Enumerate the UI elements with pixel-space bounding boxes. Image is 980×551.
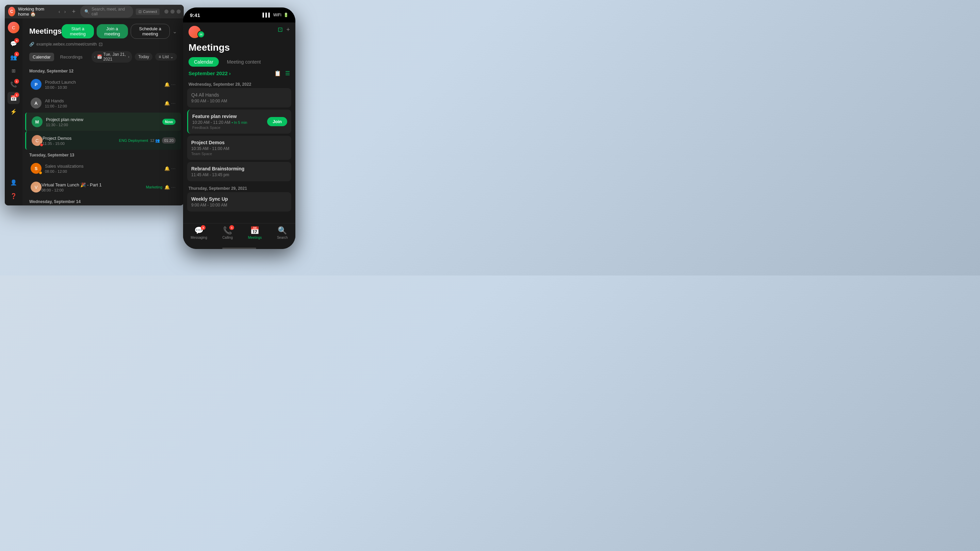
- meeting-name: Virtual Team Lunch 🎉 - Part 1: [41, 182, 146, 187]
- mobile-page-title: Meetings: [183, 41, 295, 57]
- recordings-tab[interactable]: Recordings: [57, 53, 86, 61]
- user-avatar[interactable]: C: [8, 7, 15, 16]
- messaging-nav-label: Messaging: [191, 236, 207, 240]
- mobile-meeting-name: Feature plan review: [192, 114, 247, 119]
- sidebar: C 💬 4 👥 1 ⊞ 📞 1 📅 1 ⚡: [5, 18, 22, 205]
- prev-date-button[interactable]: ‹: [94, 54, 95, 59]
- today-button[interactable]: Today: [135, 53, 153, 60]
- sidebar-item-calling[interactable]: 📞 1: [8, 78, 20, 91]
- connect-icon: ⊡: [138, 10, 142, 14]
- nav-search[interactable]: 🔍 Search: [277, 226, 288, 240]
- mobile-meeting-card-rebrand[interactable]: Rebrand Brainstorming 11:45 AM - 13:45 p…: [187, 162, 291, 181]
- list-view-button[interactable]: ≡ List ⌄: [155, 53, 177, 60]
- sidebar-item-activity[interactable]: ⚡: [8, 105, 20, 118]
- view-toggle-icons: 📋 ☰: [274, 70, 290, 76]
- meeting-actions: 🔔 ⋯: [164, 101, 176, 106]
- meeting-item[interactable]: P Product Launch 10:00 - 10:30 🔔 ⋯: [25, 75, 181, 94]
- calendar-tab[interactable]: Calendar: [29, 53, 54, 61]
- page-title: Meetings: [29, 27, 62, 36]
- mobile-day-header: Wednesday, September 28, 2022: [187, 79, 291, 88]
- sidebar-item-messaging[interactable]: 💬 4: [8, 37, 20, 50]
- meeting-actions: ENG Deployment 12 👥 01:20: [119, 137, 176, 143]
- avatar: S: [30, 163, 41, 174]
- mobile-meeting-list: Wednesday, September 28, 2022 Q4 All Han…: [183, 79, 295, 223]
- sidebar-item-team[interactable]: 👤: [8, 176, 20, 189]
- meeting-info: Project plan review 11:30 - 12:00: [46, 117, 162, 127]
- meeting-details: Feature plan review 10:20 AM - 11:20 AM …: [192, 114, 247, 130]
- calendar-list: Monday, September 12 P Product Launch 10…: [22, 66, 184, 205]
- sidebar-item-meetings[interactable]: 📅 1: [8, 92, 20, 104]
- nav-messaging[interactable]: 💬 3 Messaging: [191, 226, 207, 240]
- meeting-tag[interactable]: ENG Deployment: [119, 138, 148, 143]
- calling-badge: 1: [14, 79, 19, 84]
- mobile-tabs: Calendar Meeting content: [183, 57, 295, 67]
- sidebar-avatar[interactable]: C: [8, 22, 19, 33]
- sidebar-item-contacts[interactable]: 👥 1: [8, 51, 20, 63]
- schedule-meeting-button[interactable]: Schedule a meeting: [130, 24, 170, 39]
- month-chevron-icon: ›: [229, 70, 231, 76]
- messaging-badge: 4: [14, 38, 19, 43]
- meeting-content-tab[interactable]: Meeting content: [221, 57, 266, 67]
- close-button[interactable]: [177, 10, 181, 14]
- more-icon[interactable]: ⋯: [171, 82, 176, 87]
- calendar-grid-icon[interactable]: 📋: [274, 70, 281, 76]
- search-header-icon[interactable]: ⊡: [278, 26, 283, 33]
- start-meeting-button[interactable]: Start a meeting: [62, 24, 94, 38]
- nav-meetings[interactable]: 📅 Meetings: [248, 226, 262, 240]
- sidebar-item-apps[interactable]: ⊞: [8, 65, 20, 77]
- copy-url-button[interactable]: ⊡: [99, 41, 103, 47]
- meeting-item-now[interactable]: M Project plan review 11:30 - 12:00 Now: [25, 113, 181, 131]
- meeting-actions: 🔔 ⋯: [164, 82, 176, 87]
- join-button[interactable]: Join: [267, 117, 287, 126]
- meetings-header: Meetings Start a meeting Join a meeting …: [22, 18, 184, 51]
- more-icon[interactable]: ⋯: [171, 166, 176, 171]
- join-meeting-button[interactable]: Join a meeting: [97, 24, 128, 38]
- list-view-icon[interactable]: ☰: [285, 70, 290, 76]
- calling-nav-badge: 1: [229, 225, 234, 230]
- meeting-item-demos[interactable]: C Project Demos 11:35 - 15:00 ENG Deploy…: [25, 131, 181, 150]
- add-button[interactable]: +: [286, 26, 290, 33]
- calling-nav-label: Calling: [222, 236, 233, 240]
- calendar-tab[interactable]: Calendar: [189, 57, 219, 67]
- participant-count: 12 👥: [150, 138, 160, 143]
- mute-icon[interactable]: 🔔: [164, 185, 170, 190]
- battery-icon: 🔋: [283, 13, 288, 17]
- more-icon[interactable]: ⋯: [171, 101, 176, 106]
- window-controls: [164, 10, 181, 14]
- nav-calling[interactable]: 📞 1 Calling: [222, 226, 233, 240]
- forward-arrow[interactable]: ›: [63, 8, 67, 15]
- nav-arrows: ‹ ›: [57, 8, 67, 15]
- mute-icon[interactable]: 🔔: [164, 166, 170, 171]
- meeting-tag[interactable]: Marketing: [146, 185, 162, 189]
- meeting-time: 11:30 - 12:00: [46, 123, 162, 127]
- meeting-row: Feature plan review 10:20 AM - 11:20 AM …: [192, 114, 287, 130]
- mute-icon[interactable]: 🔔: [164, 82, 170, 87]
- team-icon: 👤: [10, 179, 17, 186]
- new-tab-button[interactable]: +: [70, 8, 78, 16]
- meeting-actions: Marketing 🔔 ⋯: [146, 185, 176, 190]
- more-icon[interactable]: ⋯: [171, 185, 176, 190]
- mobile-meeting-card-feature[interactable]: Feature plan review 10:20 AM - 11:20 AM …: [187, 110, 291, 134]
- avatar: P: [30, 79, 41, 90]
- meeting-info: Sales visualizations 08:00 - 12:00: [45, 164, 164, 173]
- search-bar[interactable]: 🔍 Search, meet, and call: [80, 5, 133, 18]
- more-options-button[interactable]: ⌄: [172, 28, 177, 35]
- sidebar-item-help[interactable]: ❓: [8, 190, 20, 202]
- avatar: A: [30, 98, 41, 108]
- meetings-title-row: Meetings Start a meeting Join a meeting …: [29, 24, 177, 39]
- mobile-meeting-card[interactable]: Q4 All Hands 9:00 AM - 10:00 AM: [187, 88, 291, 108]
- maximize-button[interactable]: [170, 10, 175, 14]
- meeting-info: Product Launch 10:00 - 10:30: [45, 79, 164, 89]
- connect-button[interactable]: ⊡ Connect: [136, 8, 159, 15]
- mute-icon[interactable]: 🔔: [164, 101, 170, 106]
- back-arrow[interactable]: ‹: [57, 8, 62, 15]
- meeting-name: Project plan review: [46, 117, 162, 122]
- minimize-button[interactable]: [164, 10, 169, 14]
- next-date-button[interactable]: ›: [128, 54, 129, 59]
- mobile-meeting-card-weekly[interactable]: Weekly Sync Up 9:00 AM - 10:00 AM: [187, 192, 291, 211]
- meeting-item[interactable]: A All Hands 11:00 - 12:00 🔔 ⋯: [25, 94, 181, 112]
- mobile-meeting-card-demos[interactable]: Project Demos 10:35 AM - 11:00 AM Team S…: [187, 136, 291, 160]
- meeting-item-lunch[interactable]: V Virtual Team Lunch 🎉 - Part 1 08:00 - …: [25, 178, 181, 196]
- link-icon: 🔗: [29, 42, 34, 47]
- meeting-item[interactable]: S Sales visualizations 08:00 - 12:00 🔔 ⋯: [25, 159, 181, 178]
